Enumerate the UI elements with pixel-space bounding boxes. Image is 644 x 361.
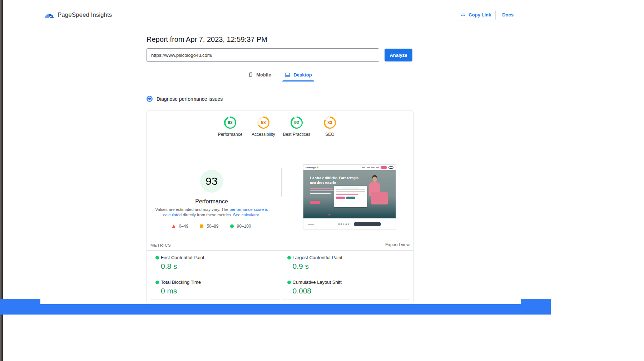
- see-calculator-link[interactable]: See calculator.: [233, 213, 260, 217]
- analyze-button[interactable]: Analyze: [385, 49, 412, 61]
- poor-range-triangle-icon: [172, 224, 175, 228]
- thumb-site-header: Psicologo: [303, 165, 396, 170]
- desktop-laptop-icon: [284, 72, 291, 78]
- thumb-hero-cta-button: [310, 201, 320, 204]
- diagnose-section-header: Diagnose performance issues: [147, 96, 413, 102]
- metric-largest-contentful-paint[interactable]: Largest Contentful Paint 0.9 s: [282, 251, 411, 275]
- thumb-chair-illustration: [371, 192, 388, 204]
- diagnose-label: Diagnose performance issues: [157, 96, 223, 102]
- metric-first-contentful-paint[interactable]: First Contentful Paint 0.8 s: [150, 251, 279, 275]
- score-performance[interactable]: 93 Performance: [214, 117, 247, 144]
- score-disclaimer: Values are estimated and may vary. The p…: [155, 207, 268, 218]
- seo-score-gauge: 83: [324, 117, 336, 129]
- column-divider: [281, 168, 282, 197]
- tab-desktop[interactable]: Desktop: [282, 70, 314, 81]
- thumb-dark-button: [354, 222, 381, 226]
- score-best-practices[interactable]: 92 Best Practices: [280, 117, 313, 144]
- main-content: Report from Apr 7, 2023, 12:59:37 PM Ana…: [147, 35, 413, 304]
- diagnose-target-icon: [147, 96, 153, 102]
- thumb-modal-teal-button: [346, 197, 355, 199]
- legend-poor: 0–49: [172, 224, 188, 229]
- category-scores-row: 93 Performance 68 Accessibility 92 Best …: [147, 110, 413, 144]
- mobile-phone-icon: [248, 72, 253, 78]
- metric-empty-cell: [282, 300, 411, 304]
- tab-desktop-label: Desktop: [293, 72, 312, 78]
- thumb-site-brand: Psicologo: [306, 167, 318, 169]
- performance-score-gauge: 93: [224, 117, 236, 129]
- metrics-header: METRICS Expand view: [147, 242, 413, 251]
- pagespeed-insights-app: PageSpeed Insights Copy Link Docs Report…: [40, 0, 521, 304]
- thumb-modal-dialog: [334, 186, 367, 207]
- tab-mobile[interactable]: Mobile: [246, 70, 273, 81]
- thumb-nav-outline-pill: [388, 166, 393, 169]
- legend-good: 90–100: [230, 224, 251, 229]
- thumb-footer: BAZAR: [303, 218, 396, 229]
- thumb-text-lines: [310, 188, 336, 194]
- app-title: PageSpeed Insights: [58, 11, 112, 19]
- thumb-hero: La vita è difficile. Fare terapia non de…: [303, 170, 396, 218]
- thumb-site-nav: [362, 166, 393, 169]
- metrics-heading: METRICS: [150, 243, 171, 247]
- performance-gauge-label: Performance: [147, 198, 276, 205]
- thumb-press-text: BAZAR: [338, 223, 350, 226]
- url-input[interactable]: [147, 48, 379, 62]
- performance-detail-section: 93 Performance Values are estimated and …: [147, 144, 413, 242]
- thumb-press-logo-bar: [308, 224, 314, 225]
- link-icon: [460, 12, 466, 18]
- top-bar: PageSpeed Insights Copy Link Docs: [40, 0, 521, 30]
- top-bar-actions: Copy Link Docs: [456, 10, 514, 20]
- copy-link-label: Copy Link: [469, 12, 491, 18]
- thumb-nav-cta-pill: [381, 166, 387, 169]
- metric-cumulative-layout-shift[interactable]: Cumulative Layout Shift 0.008: [282, 275, 411, 300]
- tab-mobile-label: Mobile: [256, 72, 271, 78]
- report-card: 93 Performance 68 Accessibility 92 Best …: [147, 110, 413, 304]
- site-screenshot-thumbnail[interactable]: Psicologo La vita è difficile. Fare tera…: [303, 164, 396, 229]
- url-analyze-row: Analyze: [147, 48, 413, 62]
- performance-main-gauge: 93: [198, 168, 225, 195]
- thumb-person-illustration: [372, 177, 377, 182]
- thumb-brand-dot-icon: [317, 167, 318, 168]
- metric-status-icon: [287, 281, 291, 284]
- best-practices-score-gauge: 92: [291, 117, 303, 129]
- score-accessibility[interactable]: 68 Accessibility: [247, 117, 280, 144]
- score-range-legend: 0–49 50–89 90–100: [147, 224, 276, 229]
- device-tabs: Mobile Desktop: [147, 70, 413, 81]
- pagespeed-gauge-icon: [45, 13, 54, 18]
- legend-average: 50–89: [200, 224, 218, 229]
- metrics-grid: First Contentful Paint 0.8 s Largest Con…: [147, 251, 413, 304]
- average-range-square-icon: [200, 224, 203, 228]
- accessibility-score-gauge: 68: [257, 117, 269, 129]
- copy-link-button[interactable]: Copy Link: [456, 10, 496, 20]
- thumb-red-dot: [328, 214, 330, 216]
- metric-speed-index[interactable]: Speed Index 2.5 s: [150, 300, 279, 304]
- metric-status-icon: [287, 256, 291, 259]
- thumb-headline: La vita è difficile. Fare terapia non de…: [310, 176, 365, 185]
- report-title: Report from Apr 7, 2023, 12:59:37 PM: [147, 35, 413, 44]
- metric-status-icon: [155, 256, 159, 259]
- metric-total-blocking-time[interactable]: Total Blocking Time 0 ms: [150, 275, 279, 300]
- score-seo[interactable]: 83 SEO: [313, 117, 347, 144]
- expand-view-link[interactable]: Expand view: [385, 242, 410, 247]
- docs-link[interactable]: Docs: [502, 12, 514, 18]
- good-range-circle-icon: [230, 224, 234, 228]
- app-logo[interactable]: PageSpeed Insights: [45, 11, 112, 19]
- performance-gauge-column: 93 Performance Values are estimated and …: [147, 144, 276, 229]
- metric-status-icon: [155, 281, 159, 284]
- thumb-modal-pink-button: [336, 197, 345, 199]
